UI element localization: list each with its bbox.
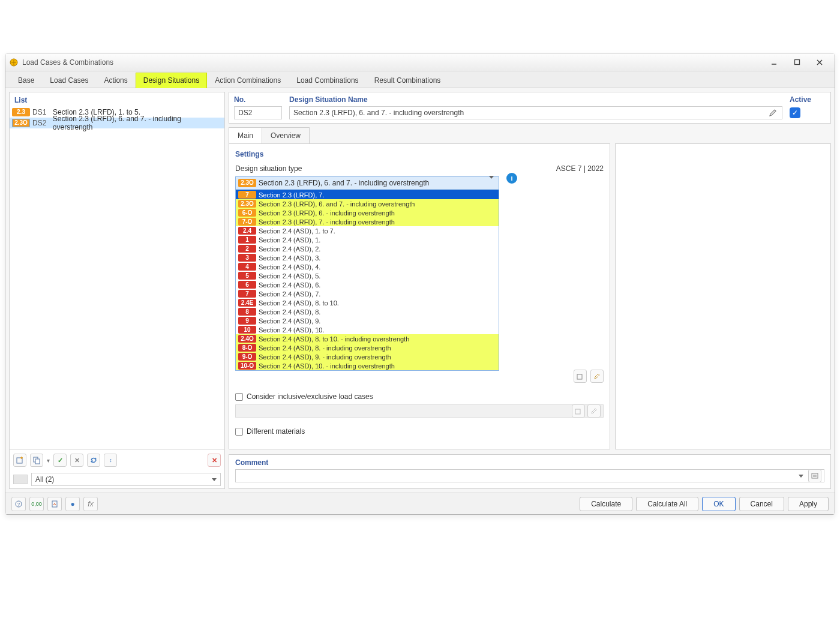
window-maximize-button[interactable] [785, 56, 808, 69]
apply-button[interactable]: Apply [788, 497, 829, 511]
edit-name-icon[interactable] [767, 107, 778, 118]
sort-button[interactable]: ↕ [104, 454, 117, 467]
chevron-down-icon [799, 475, 803, 478]
delete-button[interactable]: ✕ [208, 454, 221, 467]
dropdown-text: Section 2.3 (LRFD), 7. [259, 191, 324, 199]
chevron-down-icon [489, 176, 494, 187]
excl-new-button[interactable] [572, 404, 585, 418]
subtab-overview[interactable]: Overview [262, 127, 310, 143]
dropdown-badge: 4 [238, 263, 256, 271]
dropdown-badge: 6 [238, 281, 256, 289]
footer-help-button[interactable]: ? [11, 497, 26, 511]
svg-rect-4 [35, 459, 40, 464]
comment-edit-button[interactable] [808, 469, 821, 482]
excl-edit-button[interactable] [587, 404, 601, 418]
window-minimize-button[interactable] [763, 56, 785, 69]
tab-load-cases[interactable]: Load Cases [42, 73, 96, 88]
chevron-down-icon [212, 478, 217, 481]
cancel-button[interactable]: Cancel [739, 497, 784, 511]
calculate-all-button[interactable]: Calculate All [636, 497, 698, 511]
ok-button[interactable]: OK [702, 497, 735, 511]
dropdown-badge: 2.3O [238, 200, 256, 208]
dropdown-item[interactable]: 7Section 2.4 (ASD), 7. [236, 289, 499, 298]
dropdown-item[interactable]: 10Section 2.4 (ASD), 10. [236, 325, 499, 334]
combo-badge: 2.3O [238, 179, 256, 187]
design-type-combo[interactable]: 2.3O Section 2.3 (LRFD), 6. and 7. - inc… [235, 176, 499, 190]
info-button[interactable]: i [506, 173, 517, 184]
dropdown-item[interactable]: 10-OSection 2.4 (ASD), 10. - including o… [236, 361, 499, 370]
footer-report-button[interactable] [47, 497, 62, 511]
svg-rect-10 [52, 501, 57, 507]
relation-edit-button[interactable] [590, 370, 604, 383]
dropdown-badge: 1 [238, 236, 256, 244]
dropdown-item[interactable]: 1Section 2.4 (ASD), 1. [236, 235, 499, 244]
uncheck-button[interactable]: ✕ [70, 454, 83, 467]
dropdown-item[interactable]: 5Section 2.4 (ASD), 5. [236, 271, 499, 280]
new-button[interactable] [13, 454, 26, 467]
dropdown-item[interactable]: 4Section 2.4 (ASD), 4. [236, 262, 499, 271]
dropdown-item[interactable]: 2.4Section 2.4 (ASD), 1. to 7. [236, 226, 499, 235]
calculate-button[interactable]: Calculate [580, 497, 632, 511]
dropdown-badge: 10-O [238, 362, 256, 370]
comment-field[interactable] [235, 469, 824, 482]
dropdown-item[interactable]: 9Section 2.4 (ASD), 9. [236, 316, 499, 325]
dropdown-item[interactable]: 2.4ESection 2.4 (ASD), 8. to 10. [236, 298, 499, 307]
dropdown-text: Section 2.4 (ASD), 8. to 10. - including… [259, 335, 409, 343]
design-situation-list[interactable]: 2.3 DS1 Section 2.3 (LRFD), 1. to 5. 2.3… [10, 107, 224, 449]
app-icon [9, 58, 19, 67]
dropdown-text: Section 2.4 (ASD), 9. [259, 317, 320, 325]
filter-combo[interactable]: All (2) [31, 473, 221, 486]
dropdown-item[interactable]: 9-OSection 2.4 (ASD), 9. - including ove… [236, 352, 499, 361]
footer-dot-button[interactable]: ● [65, 497, 80, 511]
dropdown-text: Section 2.4 (ASD), 9. - including overst… [259, 353, 391, 361]
tab-action-combinations[interactable]: Action Combinations [207, 73, 289, 88]
dropdown-text: Section 2.4 (ASD), 8. - including overst… [259, 344, 391, 352]
no-field[interactable]: DS2 [234, 106, 282, 119]
dropdown-text: Section 2.4 (ASD), 2. [259, 245, 320, 253]
settings-header: Settings [235, 150, 604, 158]
dropdown-item[interactable]: 3Section 2.4 (ASD), 3. [236, 253, 499, 262]
check-button[interactable]: ✓ [53, 454, 67, 467]
footer-units-button[interactable]: 0,00 [29, 497, 44, 511]
name-field[interactable]: Section 2.3 (LRFD), 6. and 7. - includin… [289, 106, 782, 119]
dropdown-item[interactable]: 2Section 2.4 (ASD), 2. [236, 244, 499, 253]
dropdown-badge: 8-O [238, 344, 256, 352]
combo-selected-text: Section 2.3 (LRFD), 6. and 7. - includin… [259, 179, 429, 187]
design-type-dropdown[interactable]: 7Section 2.3 (LRFD), 7.2.3OSection 2.3 (… [235, 190, 499, 371]
col-name-label: Design Situation Name [289, 94, 782, 106]
consider-excl-field [235, 404, 604, 418]
subtab-main[interactable]: Main [229, 127, 262, 143]
active-checkbox[interactable]: ✓ [790, 107, 800, 118]
tab-design-situations[interactable]: Design Situations [136, 73, 207, 88]
diff-materials-checkbox[interactable] [235, 428, 243, 436]
dropdown-item[interactable]: 2.4OSection 2.4 (ASD), 8. to 10. - inclu… [236, 334, 499, 343]
copy-button[interactable] [30, 454, 43, 467]
dropdown-item[interactable]: 8-OSection 2.4 (ASD), 8. - including ove… [236, 343, 499, 352]
tab-load-combinations[interactable]: Load Combinations [289, 73, 366, 88]
filter-color-swatch [13, 475, 28, 484]
tab-result-combinations[interactable]: Result Combinations [367, 73, 449, 88]
ds-name: Section 2.3 (LRFD), 6. and 7. - includin… [53, 115, 222, 131]
window-close-button[interactable] [808, 56, 831, 69]
ds-badge: 2.3O [12, 119, 30, 127]
refresh-button[interactable] [87, 454, 100, 467]
dropdown-item[interactable]: 8Section 2.4 (ASD), 8. [236, 307, 499, 316]
tab-base[interactable]: Base [10, 73, 42, 88]
design-type-label: Design situation type [235, 164, 302, 173]
dropdown-item[interactable]: 7Section 2.3 (LRFD), 7. [236, 190, 499, 199]
list-item[interactable]: 2.3O DS2 Section 2.3 (LRFD), 6. and 7. -… [10, 118, 224, 128]
dropdown-text: Section 2.4 (ASD), 1. [259, 236, 320, 244]
consider-excl-checkbox[interactable] [235, 393, 243, 401]
dropdown-text: Section 2.4 (ASD), 8. [259, 308, 320, 316]
relation-new-button[interactable] [574, 370, 587, 383]
dropdown-item[interactable]: 6-OSection 2.3 (LRFD), 6. - including ov… [236, 208, 499, 217]
footer-fx-button[interactable]: fx [83, 497, 98, 511]
dropdown-item[interactable]: 2.3OSection 2.3 (LRFD), 6. and 7. - incl… [236, 199, 499, 208]
preview-panel [615, 143, 831, 449]
tab-actions[interactable]: Actions [96, 73, 135, 88]
filter-value: All (2) [35, 475, 54, 484]
dropdown-badge: 3 [238, 254, 256, 262]
dropdown-item[interactable]: 7-OSection 2.3 (LRFD), 7. - including ov… [236, 217, 499, 226]
dropdown-badge: 7-O [238, 218, 256, 226]
dropdown-item[interactable]: 6Section 2.4 (ASD), 6. [236, 280, 499, 289]
